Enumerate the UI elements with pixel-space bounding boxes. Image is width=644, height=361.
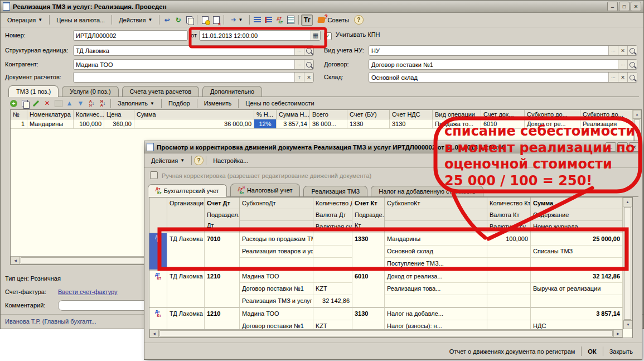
row-selector[interactable]: ДтКт <box>149 308 167 332</box>
cell-subconto1[interactable]: Доход от ре... <box>525 119 580 129</box>
pick-button[interactable]: Подбор <box>164 98 195 108</box>
scroll-up-icon[interactable]: ▲ <box>623 198 632 206</box>
scroll-thumb[interactable] <box>159 330 613 336</box>
cell-qty-kt[interactable] <box>487 271 531 307</box>
clear-icon[interactable] <box>618 46 627 55</box>
cell-org[interactable]: ТД Лакомка <box>167 271 205 307</box>
create-based-on-icon[interactable]: ➔▼ <box>226 15 247 25</box>
col-header[interactable]: Цена <box>104 110 134 119</box>
date-input[interactable]: 11.01.2013 12:00:00 <box>199 30 321 41</box>
manual-adjust-checkbox[interactable] <box>150 171 158 179</box>
col-header[interactable]: % Н... <box>254 110 277 119</box>
col-header[interactable]: Количество КтВалюта КтВалютная су <box>487 198 531 233</box>
warehouse-input[interactable]: Основной склад <box>369 72 637 83</box>
calendar-icon[interactable] <box>311 31 320 40</box>
ok-button[interactable]: ОК <box>583 346 601 357</box>
post-document-icon[interactable] <box>200 15 210 25</box>
number-input[interactable]: ИРТДЛ000002 <box>73 30 188 41</box>
scroll-down-icon[interactable]: ▼ <box>623 320 632 329</box>
refresh-icon[interactable]: ↻ <box>173 15 183 25</box>
cell-total[interactable]: 36 000... <box>310 119 347 129</box>
cell-sub-dt[interactable]: Расходы по продажам ТМ...Реализация това… <box>240 233 313 270</box>
actions-menu[interactable]: Действия▼ <box>147 156 189 166</box>
ellipsis-icon[interactable] <box>294 60 304 69</box>
col-header[interactable]: СуммаСодержаниеНомер журнала <box>531 198 623 233</box>
close-icon[interactable] <box>631 2 641 11</box>
table-row[interactable]: ДтКт ТД Лакомка 1210 Мадина ТООДоговор п… <box>149 271 623 308</box>
cost-prices-button[interactable]: Цены по себестоимости <box>241 98 318 108</box>
edit-row-icon[interactable] <box>31 98 41 108</box>
col-header[interactable]: Субконто до... <box>525 110 580 119</box>
fill-button[interactable]: Заполнить▼ <box>113 98 159 108</box>
cell-sub-dt[interactable]: Мадина ТООДоговор поставки №1Реализация … <box>240 308 313 332</box>
cell-sub-kt[interactable]: Доход от реализа...Реализация това... <box>385 271 487 307</box>
col-header[interactable]: Счет НДС <box>390 110 433 119</box>
search-icon[interactable] <box>304 46 313 55</box>
cell-sub-dt[interactable]: Мадина ТООДоговор поставки №1Реализация … <box>240 271 313 307</box>
cell-acct-dt[interactable]: 1210 <box>205 308 240 332</box>
close-button[interactable]: Закрыть <box>605 346 637 357</box>
cell-org[interactable]: ТД Лакомка <box>167 233 205 270</box>
row-selector[interactable]: ДтКт <box>149 271 167 307</box>
cell-qty-kt[interactable]: 100,000 <box>487 233 531 270</box>
move-down-icon[interactable]: ▼ <box>75 98 86 108</box>
col-header[interactable]: Всего <box>310 110 347 119</box>
kpn-checkbox[interactable] <box>324 32 332 40</box>
clear-icon[interactable] <box>618 73 627 82</box>
tab-extra[interactable]: Дополнительно <box>202 86 262 97</box>
cell-price[interactable]: 360,00 <box>104 119 134 129</box>
operation-menu[interactable]: Операция▼ <box>3 15 47 25</box>
table-row[interactable]: ДтКт ТД Лакомка 7010 Расходы по продажам… <box>149 233 623 271</box>
ellipsis-icon[interactable] <box>608 46 618 55</box>
post-and-close-icon[interactable]: ↩ <box>162 15 172 25</box>
col-header[interactable]: Сумма Н... <box>277 110 310 119</box>
cell-sub-kt[interactable]: Налог на добавле...Налог (взносы): н... <box>385 308 487 332</box>
cell-qty-kt[interactable] <box>487 308 531 332</box>
help-icon[interactable]: ? <box>354 15 364 25</box>
cell-income-account[interactable]: 6010 <box>481 119 525 129</box>
help-icon[interactable]: ? <box>194 156 204 165</box>
col-header[interactable]: Вид операции <box>433 110 481 119</box>
text-type-icon[interactable] <box>294 73 304 82</box>
col-header[interactable]: Количество ДтВалюта ДтВалютная су... <box>313 198 352 233</box>
settlement-doc-input[interactable] <box>73 72 314 83</box>
tab-accounting[interactable]: ДтКт Бухгалтерский учет <box>148 184 227 197</box>
col-header[interactable]: Счет дох... <box>481 110 525 119</box>
cell-acct-kt[interactable]: 6010 <box>352 271 385 307</box>
cell-sub-kt[interactable]: МандариныОсновной складПоступление ТМЗ..… <box>385 233 487 270</box>
col-header[interactable]: № <box>11 110 27 119</box>
cell-acct-dt[interactable]: 1210 <box>205 271 240 307</box>
col-header[interactable]: Субконто до... <box>580 110 633 119</box>
nu-input[interactable]: НУ <box>369 45 637 56</box>
cell-operation[interactable]: Продажа то... <box>433 119 481 129</box>
tab-settlement-accounts[interactable]: Счета учета расчетов <box>122 86 199 97</box>
col-header[interactable]: Счет (БУ) <box>347 110 390 119</box>
cell-org[interactable]: ТД Лакомка <box>167 308 205 332</box>
col-header[interactable]: Счет КтПодразде... Кт <box>352 198 385 233</box>
register-report-button[interactable]: Отчет о движениях документа по регистрам <box>445 346 580 357</box>
tab-tmz[interactable]: ТМЗ (1 поз.) <box>8 85 59 97</box>
cell-sum[interactable]: 25 000,00Списаны ТМЗ <box>531 233 623 270</box>
settings-button[interactable]: Настройка... <box>209 156 253 166</box>
cell-num[interactable]: 1 <box>11 119 27 129</box>
tab-tmz-sales[interactable]: Реализация ТМЗ <box>303 186 367 197</box>
list-settings-icon[interactable] <box>263 15 274 25</box>
cell-qty-dt[interactable]: KZT32 142,86 <box>313 271 352 307</box>
prices-currency-button[interactable]: Цены и валюта... <box>52 15 109 25</box>
cell-sum[interactable]: 36 000,00 <box>134 119 254 129</box>
copy-document-icon[interactable] <box>184 15 195 25</box>
maximize-icon[interactable] <box>619 2 630 11</box>
move-up-icon[interactable]: ▲ <box>64 98 75 108</box>
end-edit-icon[interactable] <box>53 98 64 108</box>
cell-vat-sum[interactable]: 3 857,14 <box>277 119 310 129</box>
font-toggle-button[interactable]: Тг <box>301 15 313 26</box>
cell-account-bu[interactable]: 1330 <box>347 119 390 129</box>
unit-input[interactable]: ТД Лакомка <box>73 45 314 56</box>
table-row[interactable]: 1 Мандарины 100,000 360,00 36 000,00 12%… <box>11 119 633 129</box>
table-row[interactable]: ДтКт ТД Лакомка 1210 Мадина ТООДоговор п… <box>149 308 623 332</box>
ellipsis-icon[interactable] <box>618 60 627 69</box>
counterparty-input[interactable]: Мадина ТОО <box>73 59 314 70</box>
cell-account-vat[interactable]: 3130 <box>390 119 433 129</box>
col-header[interactable]: СубконтоДт <box>240 198 313 233</box>
minimize-icon[interactable] <box>606 142 616 152</box>
